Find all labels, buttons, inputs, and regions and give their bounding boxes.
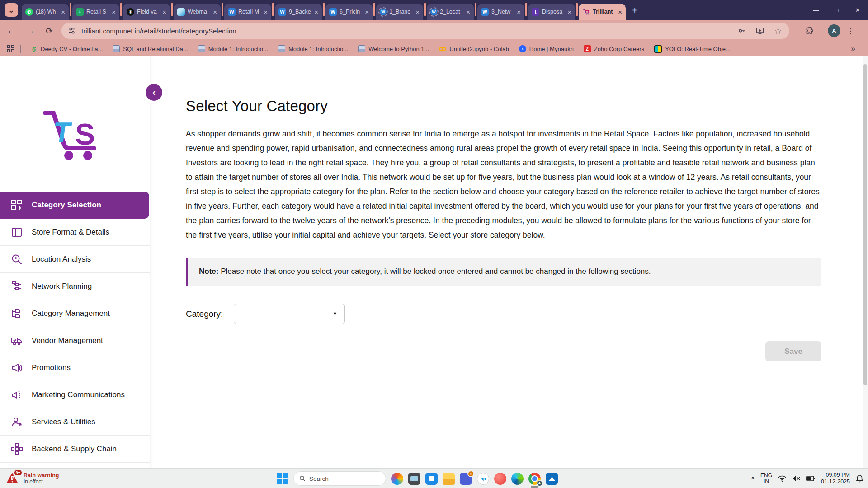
sidebar-item-marketing-communications[interactable]: Marketing Communications: [0, 381, 150, 408]
volume-muted-icon[interactable]: [792, 475, 800, 482]
colab-icon: [439, 45, 446, 52]
desktop-app-icon[interactable]: [408, 473, 420, 485]
sidebar-item-label: Marketing Communications: [32, 390, 125, 399]
sidebar-item-promotions[interactable]: Promotions: [0, 354, 150, 381]
taskbar-search[interactable]: Search: [293, 471, 386, 486]
chatgpt-icon: ✳: [127, 8, 134, 16]
url-text[interactable]: trilliant.compunet.in/retail/student/cat…: [81, 27, 729, 35]
tab-webmail[interactable]: Webma ×: [174, 4, 221, 20]
sidebar-item-network-planning[interactable]: Network Planning: [0, 273, 150, 300]
close-icon[interactable]: ×: [617, 9, 623, 15]
site-settings-icon[interactable]: [68, 27, 76, 35]
tab-disposable[interactable]: t Disposa ×: [528, 4, 575, 20]
tab-3-network[interactable]: W 3_Netw ×: [477, 4, 524, 20]
browser-menu-icon[interactable]: ⋮: [847, 26, 854, 36]
close-icon[interactable]: ×: [364, 9, 370, 15]
chat-app-icon[interactable]: [425, 473, 438, 485]
address-bar[interactable]: trilliant.compunet.in/retail/student/cat…: [61, 23, 789, 39]
edge-icon[interactable]: [511, 473, 524, 485]
battery-icon[interactable]: [806, 476, 815, 481]
bookmarks-overflow-chevron-icon[interactable]: »: [851, 44, 855, 53]
tab-retail-m[interactable]: W Retail M ×: [224, 4, 271, 20]
clock[interactable]: 09:09 PM 01-12-2025: [821, 472, 850, 485]
word-sync-icon: W: [430, 9, 437, 15]
bookmark-module1-b[interactable]: Module 1: Introductio...: [278, 45, 348, 52]
close-icon[interactable]: ×: [516, 9, 522, 15]
hp-app-icon[interactable]: hp: [477, 473, 489, 485]
close-icon[interactable]: ×: [566, 9, 572, 15]
tab-9-backend[interactable]: W 9_Backe ×: [275, 4, 322, 20]
bookmark-zoho-careers[interactable]: Z Zoho Corp Careers: [584, 45, 644, 52]
window-close-button[interactable]: ✕: [847, 0, 868, 20]
start-button[interactable]: [277, 473, 288, 484]
category-label: Category:: [186, 309, 223, 319]
marketing-communications-icon: [10, 388, 24, 402]
location-analysis-icon: [10, 253, 24, 266]
weather-widget[interactable]: 9+ Rain warning In effect: [5, 469, 59, 488]
notifications-bell-icon[interactable]: [856, 474, 863, 483]
teams-icon[interactable]: 1: [460, 473, 472, 485]
tab-retail-s[interactable]: + Retail S ×: [72, 4, 119, 20]
back-icon[interactable]: ←: [4, 23, 19, 38]
tab-6-pricing[interactable]: W 6_Pricin ×: [326, 4, 373, 20]
extensions-puzzle-icon[interactable]: [805, 26, 815, 36]
word-icon: W: [481, 8, 489, 16]
bookmark-python[interactable]: Welcome to Python 1...: [358, 45, 429, 52]
window-minimize-button[interactable]: —: [806, 0, 826, 20]
photos-app-icon[interactable]: [546, 473, 558, 485]
bookmark-module1-a[interactable]: Module 1: Introductio...: [198, 45, 268, 52]
tab-whatsapp[interactable]: ✆ (18) Wh ×: [22, 4, 69, 20]
backend-supply-chain-icon: [10, 442, 24, 456]
search-icon: [299, 475, 306, 482]
scrollbar-thumb[interactable]: [863, 64, 867, 385]
bookmark-colab[interactable]: Untitled2.ipynb - Colab: [439, 45, 509, 52]
sidebar-item-category-management[interactable]: Category Management: [0, 300, 150, 327]
language-indicator[interactable]: ENG IN: [760, 473, 772, 484]
tab-search-chevron-icon[interactable]: ⌄: [5, 3, 18, 17]
close-icon[interactable]: ×: [263, 9, 269, 15]
copilot-icon[interactable]: [391, 473, 403, 485]
sidebar-collapse-button[interactable]: ‹: [146, 84, 162, 101]
sidebar-item-location-analysis[interactable]: Location Analysis: [0, 246, 150, 273]
bookmark-sql-course[interactable]: SQL and Relational Da...: [113, 45, 188, 52]
install-icon[interactable]: [755, 26, 765, 36]
profile-avatar[interactable]: A: [828, 24, 840, 37]
bookmark-yolo[interactable]: YOLO: Real-Time Obje...: [654, 45, 731, 53]
wifi-icon[interactable]: [778, 475, 786, 482]
close-icon[interactable]: ×: [60, 9, 66, 15]
category-select[interactable]: ▼: [234, 304, 345, 324]
close-icon[interactable]: ×: [415, 9, 420, 15]
sidebar-item-backend-supply-chain[interactable]: Backend & Supply Chain: [0, 436, 150, 463]
password-key-icon[interactable]: [737, 26, 747, 36]
tab-trilliant-active[interactable]: Trilliant ×: [579, 4, 626, 20]
sidebar-item-vendor-management[interactable]: Vendor Management: [0, 327, 150, 354]
close-icon[interactable]: ×: [161, 9, 167, 15]
reload-icon[interactable]: ⟳: [42, 23, 57, 38]
tray-overflow-chevron-icon[interactable]: ^: [751, 475, 755, 482]
sidebar-item-store-format[interactable]: Store Format & Details: [0, 219, 150, 246]
bookmark-deedy-cv[interactable]: 6 Deedy CV - Online La...: [30, 45, 103, 52]
window-maximize-button[interactable]: □: [826, 0, 847, 20]
save-button[interactable]: Save: [765, 341, 821, 361]
tab-2-location[interactable]: W 2_Locat ×: [427, 4, 474, 20]
close-icon[interactable]: ×: [111, 9, 117, 15]
bookmark-mynaukri[interactable]: › Home | Mynaukri: [519, 45, 574, 52]
forward-icon[interactable]: →: [23, 23, 38, 38]
tab-separator: [424, 3, 426, 16]
tab-1-branch[interactable]: W 1_Branc ×: [376, 4, 423, 20]
file-explorer-icon[interactable]: [443, 473, 455, 485]
red-app-icon[interactable]: [494, 473, 506, 485]
page-scrollbar[interactable]: [863, 56, 868, 468]
sidebar-item-services-utilities[interactable]: Services & Utilities: [0, 408, 150, 436]
apps-grid-icon[interactable]: [7, 45, 14, 52]
bookmark-star-icon[interactable]: ☆: [773, 26, 783, 36]
close-icon[interactable]: ×: [465, 9, 471, 15]
new-tab-button[interactable]: +: [628, 4, 641, 17]
bookmarks-bar: 6 Deedy CV - Online La... SQL and Relati…: [0, 42, 868, 56]
t-app-icon: t: [532, 8, 539, 16]
tab-field-va[interactable]: ✳ Field va ×: [123, 4, 170, 20]
chrome-icon[interactable]: A: [528, 473, 541, 485]
sidebar-item-category-selection[interactable]: Category Selection: [0, 192, 149, 219]
close-icon[interactable]: ×: [212, 9, 218, 15]
close-icon[interactable]: ×: [313, 9, 319, 15]
